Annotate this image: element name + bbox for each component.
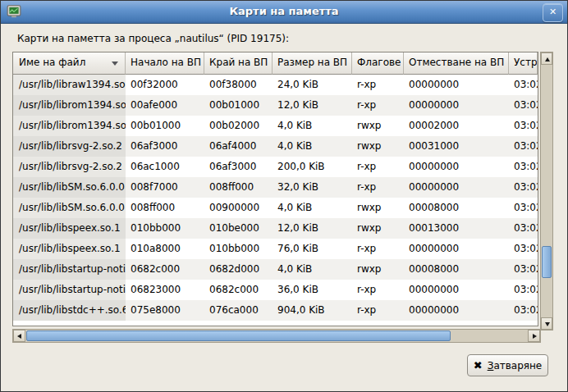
table-row[interactable]: /usr/lib/libstartup-noti0682c0000682d000… — [13, 259, 538, 280]
system-monitor-icon — [7, 4, 21, 19]
cell-6: 03:02 — [509, 136, 538, 157]
cell-4: rwxp — [352, 218, 404, 239]
table-row[interactable]: /usr/lib/librsvg-2.so.206af300006af40004… — [13, 136, 538, 157]
cell-4: r-xp — [352, 177, 404, 198]
cell-1: 0682c000 — [126, 259, 204, 280]
cell-5: 00000000 — [404, 75, 509, 95]
cell-5: 00000000 — [404, 157, 509, 177]
horizontal-scrollbar[interactable] — [12, 329, 541, 343]
cell-3: 32,0 KiB — [273, 177, 352, 198]
cell-5: 00000000 — [404, 300, 509, 321]
cell-1: 075e8000 — [126, 300, 204, 321]
table-row[interactable]: /usr/lib/libspeex.so.1010a8000010bb00076… — [13, 239, 538, 259]
arrow-down-icon — [545, 322, 550, 326]
cell-2: 008ff000 — [204, 177, 273, 198]
table-body: /usr/lib/libraw1394.so00f3200000f3800024… — [13, 75, 538, 326]
cell-1: 010a8000 — [126, 239, 204, 259]
table-row[interactable]: /usr/lib/librsvg-2.so.206ac100006af30002… — [13, 157, 538, 177]
cell-1: 00b01000 — [126, 116, 204, 136]
sort-descending-icon — [112, 62, 118, 66]
cell-6: 03:02 — [509, 300, 538, 321]
cell-2: 00b01000 — [204, 95, 273, 116]
memory-maps-dialog: Карти на паметта ✕ Карти на паметта за п… — [0, 0, 568, 392]
column-header-0[interactable]: Име на файл — [13, 52, 126, 75]
scroll-right-button[interactable] — [528, 330, 540, 342]
cell-5: 00008000 — [404, 198, 509, 218]
horizontal-scrollbar-thumb[interactable] — [26, 330, 451, 341]
close-x-icon: ✖ — [474, 360, 483, 371]
window-title: Карти на паметта — [34, 5, 534, 17]
cell-6: 03:02 — [509, 177, 538, 198]
cell-1: 06ac1000 — [126, 157, 204, 177]
cell-0: /usr/lib/librsvg-2.so.2 — [13, 136, 126, 157]
arrow-up-icon — [545, 57, 550, 62]
vertical-scrollbar[interactable] — [540, 52, 553, 330]
column-header-1[interactable]: Начало на ВП — [126, 52, 204, 75]
cell-2: 010bb000 — [204, 239, 273, 259]
cell-4: r-xp — [352, 75, 404, 95]
column-header-6[interactable]: Устройство — [509, 52, 538, 75]
cell-4: r-xp — [352, 239, 404, 259]
window-close-button[interactable]: ✕ — [543, 3, 563, 22]
table-row[interactable]: /usr/lib/librom1394.so00afe00000b0100012… — [13, 95, 538, 116]
column-header-3[interactable]: Размер на ВП — [273, 52, 352, 75]
cell-4: rwxp — [352, 198, 404, 218]
vertical-scrollbar-thumb[interactable] — [542, 246, 552, 278]
table-row[interactable]: /usr/lib/libstdc++.so.6075e8000076ca0009… — [13, 300, 538, 321]
cell-6: 03:02 — [509, 239, 538, 259]
scroll-left-button[interactable] — [13, 330, 25, 342]
cell-0: /usr/lib/librsvg-2.so.2 — [13, 157, 126, 177]
cell-6: 03:02 — [509, 116, 538, 136]
cell-0: /usr/lib/libSM.so.6.0.0 — [13, 198, 126, 218]
cell-0: /usr/lib/libSM.so.6.0.0 — [13, 177, 126, 198]
cell-0: /usr/lib/librom1394.so — [13, 95, 126, 116]
scroll-down-button[interactable] — [541, 317, 552, 330]
cell-6: 03:02 — [509, 75, 538, 95]
cell-2: 00b02000 — [204, 116, 273, 136]
cell-1: 06af3000 — [126, 136, 204, 157]
cell-4: r-xp — [352, 157, 404, 177]
cell-5: 00000000 — [404, 239, 509, 259]
cell-5: 00031000 — [404, 136, 509, 157]
cell-6: 03:02 — [509, 198, 538, 218]
cell-3: 36,0 KiB — [273, 280, 352, 300]
close-dialog-button[interactable]: ✖ Затваряне — [467, 354, 548, 376]
cell-6: 03:02 — [509, 259, 538, 280]
table-row[interactable]: /usr/lib/librom1394.so00b0100000b020004,… — [13, 116, 538, 136]
cell-1: 010bb000 — [126, 218, 204, 239]
cell-6: 03:02 — [509, 95, 538, 116]
cell-3: 4,0 KiB — [273, 259, 352, 280]
table-row[interactable]: /usr/lib/libspeex.so.1010bb000010be00012… — [13, 218, 538, 239]
cell-5: 00000000 — [404, 95, 509, 116]
column-header-4[interactable]: Флагове — [352, 52, 404, 75]
cell-0: /usr/lib/librom1394.so — [13, 116, 126, 136]
column-header-2[interactable]: Край на ВП — [204, 52, 273, 75]
cell-4: r-xp — [352, 95, 404, 116]
cell-5: 00002000 — [404, 116, 509, 136]
table-row[interactable]: /usr/lib/libSM.so.6.0.0008f7000008ff0003… — [13, 177, 538, 198]
column-header-5[interactable]: Отместване на ВП — [404, 52, 509, 75]
cell-0: /usr/lib/libstartup-noti — [13, 259, 126, 280]
cell-3: 904,0 KiB — [273, 300, 352, 321]
titlebar[interactable]: Карти на паметта ✕ — [1, 1, 567, 24]
table-row[interactable]: /usr/lib/libSM.so.6.0.0008ff000009000004… — [13, 198, 538, 218]
cell-3: 4,0 KiB — [273, 136, 352, 157]
scroll-up-button[interactable] — [541, 52, 552, 65]
cell-3: 12,0 KiB — [273, 218, 352, 239]
cell-2: 0682c000 — [204, 280, 273, 300]
cell-1: 008ff000 — [126, 198, 204, 218]
cell-2: 00900000 — [204, 198, 273, 218]
cell-5: 00000000 — [404, 177, 509, 198]
table-row[interactable]: /usr/lib/libstartup-noti068230000682c000… — [13, 280, 538, 300]
cell-0: /usr/lib/libstartup-noti — [13, 280, 126, 300]
close-icon: ✕ — [549, 7, 557, 17]
cell-2: 06af3000 — [204, 157, 273, 177]
cell-3: 4,0 KiB — [273, 198, 352, 218]
cell-1: 00afe000 — [126, 95, 204, 116]
cell-6: 03:02 — [509, 280, 538, 300]
cell-2: 010be000 — [204, 218, 273, 239]
cell-6: 03:02 — [509, 157, 538, 177]
cell-5: 00000000 — [404, 280, 509, 300]
table-row[interactable]: /usr/lib/libraw1394.so00f3200000f3800024… — [13, 75, 538, 95]
cell-1: 06823000 — [126, 280, 204, 300]
